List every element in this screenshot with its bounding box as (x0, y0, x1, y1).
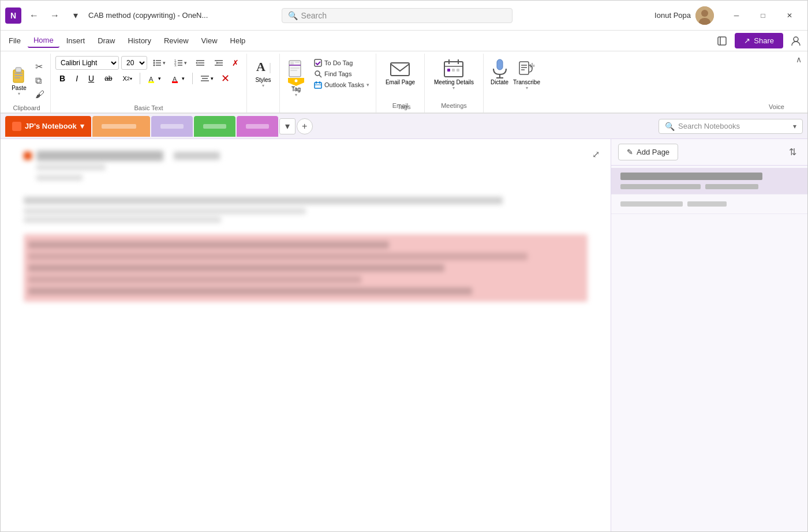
find-tags-item[interactable]: Find Tags (312, 69, 371, 78)
svg-text:A: A (256, 59, 265, 74)
quick-access-more[interactable]: ▾ (68, 8, 84, 24)
main-area: ⤢ (1, 139, 807, 531)
page-item[interactable] (611, 168, 807, 194)
cut-button[interactable]: ✂ (33, 61, 47, 73)
format-row: B I U ab X2 ▾ A ▾ A ▾ ▾ ✕ (55, 71, 242, 86)
ribbon-collapse-button[interactable]: ∧ (792, 54, 805, 65)
font-selector[interactable]: Calibri Light (55, 56, 119, 70)
search-placeholder: Search (301, 11, 327, 20)
menu-right-area: ↗ Share (713, 32, 805, 50)
outlook-tasks-item[interactable]: Outlook Tasks ▾ (312, 80, 371, 89)
add-page-icon: ✎ (627, 148, 633, 156)
hl-row-3 (28, 264, 444, 272)
add-section-icon: + (302, 121, 307, 132)
italic-button[interactable]: I (72, 72, 82, 85)
back-button[interactable]: ← (26, 8, 42, 24)
underline-button[interactable]: U (84, 72, 98, 85)
font-size-selector[interactable]: 20 (121, 56, 147, 70)
svg-rect-61 (452, 69, 455, 72)
dictate-label: Dictate (491, 79, 508, 85)
hl-row-2 (28, 253, 528, 260)
styles-dropdown: ▾ (262, 83, 264, 88)
section-tab-4[interactable] (237, 116, 278, 137)
highlight-button[interactable]: A ▾ (144, 72, 165, 85)
styles-button[interactable]: A Styles ▾ (252, 56, 275, 102)
add-page-button[interactable]: ✎ Add Page (618, 144, 678, 160)
clear-button[interactable]: ✕ (220, 71, 231, 86)
tag-button[interactable]: Tag ▾ (285, 56, 308, 100)
menu-view[interactable]: View (196, 34, 223, 47)
bullet-list-button[interactable]: ▾ (149, 56, 169, 70)
clear-formatting-button[interactable]: ✗ (229, 57, 242, 69)
tags-list: To Do Tag Find Tags Outlook Tasks ▾ (312, 56, 371, 89)
transcribe-button[interactable]: Transcribe ▾ (511, 56, 543, 93)
menu-review[interactable]: Review (158, 34, 194, 47)
basic-text-group-label: Basic Text (55, 104, 242, 113)
add-section-button[interactable]: + (297, 118, 313, 134)
close-button[interactable]: ✕ (776, 6, 803, 25)
format-painter-button[interactable]: 🖌 (33, 89, 47, 100)
alignment-button[interactable]: ▾ (196, 72, 218, 85)
page-item-meta-1 (620, 184, 701, 189)
page-title-extra (174, 152, 220, 160)
sort-pages-button[interactable]: ⇅ (784, 144, 800, 160)
basic-text-group: Calibri Light 20 ▾ 1.2.3. ▾ ✗ B I (51, 54, 247, 113)
tags-group: Tag ▾ To Do Tag Find Tags Outlook Tasks … (280, 54, 376, 113)
menu-insert[interactable]: Insert (61, 34, 91, 47)
page-item[interactable] (611, 194, 807, 214)
account-icon-btn[interactable] (787, 32, 805, 50)
svg-point-1 (701, 10, 708, 17)
page-title-area (24, 151, 588, 161)
section-tab-2[interactable] (151, 116, 193, 137)
strikethrough-button[interactable]: ab (100, 72, 116, 85)
share-button[interactable]: ↗ Share (735, 33, 783, 48)
svg-rect-7 (16, 68, 21, 72)
svg-rect-42 (290, 62, 294, 65)
copy-button[interactable]: ⧉ (33, 75, 47, 87)
menu-help[interactable]: Help (225, 34, 252, 47)
font-color-button[interactable]: A ▾ (167, 72, 189, 85)
page-date (36, 175, 83, 181)
paste-button[interactable]: Paste ▾ (6, 62, 32, 99)
svg-rect-43 (295, 62, 300, 63)
svg-rect-34 (172, 81, 178, 83)
dictate-button[interactable]: Dictate (488, 56, 511, 88)
svg-point-11 (154, 60, 155, 62)
clipboard-group: Paste ▾ ✂ ⧉ 🖌 Clipboard (3, 54, 51, 113)
forward-button[interactable]: → (47, 8, 63, 24)
section-tab-1[interactable] (92, 116, 150, 137)
content-area[interactable]: ⤢ (1, 139, 611, 531)
search-notebooks-box[interactable]: 🔍 Search Notebooks ▾ (659, 119, 803, 134)
tab-overflow-button[interactable]: ▾ (279, 118, 295, 134)
voice-group: Dictate Transcribe ▾ Voice (484, 54, 547, 113)
menu-history[interactable]: History (122, 34, 157, 47)
avatar[interactable] (695, 6, 714, 25)
email-page-label: Email Page (386, 79, 415, 85)
notebook-pages-icon-btn[interactable] (713, 32, 731, 50)
menu-home[interactable]: Home (28, 33, 59, 48)
indent-increase-button[interactable] (211, 56, 227, 70)
page-list (611, 166, 807, 531)
menu-draw[interactable]: Draw (92, 34, 121, 47)
todo-tag-item[interactable]: To Do Tag (312, 58, 371, 68)
content-section-1 (24, 197, 588, 223)
email-page-button[interactable]: Email Page (383, 56, 417, 102)
notebook-selector[interactable]: JP's Notebook ▾ (5, 116, 91, 137)
expand-button[interactable]: ⤢ (588, 146, 604, 162)
bold-button[interactable]: B (55, 72, 69, 85)
minimize-button[interactable]: ─ (723, 6, 750, 25)
tab-1-label-blurred (102, 124, 136, 129)
svg-rect-10 (14, 77, 20, 78)
menu-file[interactable]: File (3, 34, 27, 47)
meeting-details-button[interactable]: Meeting Details ▾ (432, 56, 476, 102)
numbered-list-button[interactable]: 1.2.3. ▾ (171, 56, 190, 70)
section-tab-3[interactable] (194, 116, 235, 137)
window-controls: ─ □ ✕ (723, 6, 803, 25)
search-icon: 🔍 (288, 11, 298, 20)
tab-overflow-icon: ▾ (285, 121, 290, 132)
subscript-button[interactable]: X2 ▾ (119, 72, 136, 85)
content-blurred-area (24, 151, 588, 302)
search-box[interactable]: 🔍 Search (282, 8, 513, 23)
maximize-button[interactable]: □ (750, 6, 776, 25)
indent-decrease-button[interactable] (192, 56, 208, 70)
